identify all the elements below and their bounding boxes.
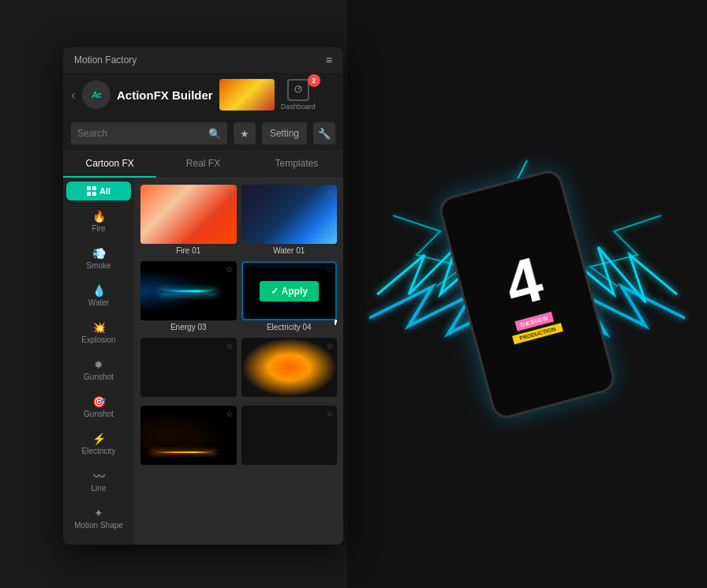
thumb-8 [241, 406, 338, 465]
cat-label-smoke: Smoke [86, 261, 110, 270]
cat-label-line: Line [92, 484, 107, 492]
star-water01[interactable]: ☆ [326, 188, 334, 198]
search-input-wrap[interactable]: 🔍 [71, 122, 227, 144]
header-title: ActionFX Builder [117, 88, 213, 102]
apply-button[interactable]: ✓ Apply [260, 281, 319, 301]
plugin-panel: Motion Factory ≡ ‹ Ac ActionFX Builder 2… [63, 47, 343, 545]
setting-label: Setting [270, 128, 299, 139]
grid-item-water01[interactable]: ☆ Water 01 [241, 185, 338, 257]
wrench-button[interactable]: 🔧 [313, 122, 335, 144]
label-fire01: Fire 01 [140, 244, 237, 257]
label-water01: Water 01 [241, 244, 338, 257]
dashboard-label: Dashboard [281, 103, 316, 110]
grid-item-8[interactable]: ☆ [241, 406, 338, 469]
main-content: All 🔥 Fire 💨 Smoke 💧 Water 💥 Explosion ✸… [63, 178, 343, 545]
grid-area: ☆ Fire 01 ☆ Water 01 ☆ Energy 03 [134, 178, 343, 545]
dashboard-icon [287, 79, 309, 101]
label-5 [140, 397, 237, 401]
thumb-6 [241, 338, 338, 397]
apply-checkmark: ✓ [271, 286, 279, 297]
tab-cartoon-fx[interactable]: Cartoon FX [63, 150, 156, 178]
apply-label: Apply [282, 286, 308, 297]
tab-bar: Cartoon FX Real FX Templates [63, 150, 343, 178]
star-energy03[interactable]: ☆ [226, 264, 234, 275]
motion-shape-icon: ✦ [94, 507, 103, 519]
thumb-energy03 [140, 261, 237, 320]
grid-item-5[interactable]: ☆ [140, 338, 237, 401]
category-all[interactable]: All [66, 182, 131, 200]
all-grid-icon [87, 186, 96, 196]
label-energy03: Energy 03 [140, 320, 237, 333]
star-7[interactable]: ☆ [226, 409, 234, 419]
category-water[interactable]: 💧 Water [66, 278, 131, 313]
tab-templates[interactable]: Templates [250, 150, 343, 178]
search-bar: 🔍 ★ Setting 🔧 [63, 117, 343, 150]
grid-item-elec04[interactable]: ☆ ✓ Apply ↖ Electricity 04 [241, 261, 338, 333]
cat-label-water: Water [88, 298, 109, 307]
line-icon: 〰️ [92, 470, 106, 482]
top-bar: Motion Factory ≡ [63, 47, 343, 73]
cat-label-explosion: Explosion [81, 335, 115, 344]
electricity-icon: ⚡ [92, 433, 106, 445]
thumb-5 [140, 338, 237, 397]
thumb-fire01 [140, 185, 237, 244]
all-label: All [99, 186, 110, 196]
top-bar-title: Motion Factory [74, 54, 137, 66]
star-6[interactable]: ☆ [326, 341, 334, 351]
label-6 [241, 397, 338, 401]
dashboard-badge: 2 [308, 74, 320, 87]
dashboard-button[interactable]: 2 Dashboard [281, 79, 316, 110]
cat-label-gunergy: Gunshot [84, 410, 114, 418]
grid-item-fire01[interactable]: ☆ Fire 01 [140, 185, 237, 257]
tab-real-fx[interactable]: Real FX [156, 150, 249, 178]
category-line[interactable]: 〰️ Line [66, 463, 131, 499]
gunshot-icon: ✸ [94, 358, 103, 371]
category-fire[interactable]: 🔥 Fire [66, 204, 131, 239]
star-8[interactable]: ☆ [326, 409, 334, 419]
category-motion-shape[interactable]: ✦ Motion Shape [66, 500, 131, 536]
header-title-area: ActionFX Builder [117, 88, 213, 102]
category-gunshot[interactable]: ✸ Gunshot [66, 352, 131, 388]
category-explosion[interactable]: 💥 Explosion [66, 315, 131, 350]
header-thumbnail [219, 79, 275, 110]
smoke-icon: 💨 [92, 247, 106, 260]
cat-label-gunshot: Gunshot [84, 373, 114, 381]
effects-grid: ☆ Fire 01 ☆ Water 01 ☆ Energy 03 [140, 185, 337, 469]
fire-icon: 🔥 [92, 210, 106, 223]
apply-overlay: ✓ Apply ↖ [241, 261, 338, 320]
label-7 [140, 465, 237, 469]
phone-number: 4 [499, 246, 549, 316]
category-electricity[interactable]: ⚡ Electricity [66, 426, 131, 462]
category-gunergy[interactable]: 🎯 Gunshot [66, 389, 131, 425]
cat-label-electricity: Electricity [82, 447, 116, 455]
thumb-7 [140, 406, 237, 465]
thumb-water01 [241, 185, 338, 244]
grid-item-energy03[interactable]: ☆ Energy 03 [140, 261, 237, 333]
search-icon: 🔍 [208, 128, 221, 140]
menu-icon[interactable]: ≡ [326, 54, 332, 66]
grid-item-7[interactable]: ☆ [140, 406, 237, 469]
grid-item-6[interactable]: ☆ [241, 338, 338, 401]
label-8 [241, 465, 338, 469]
back-icon[interactable]: ‹ [71, 87, 76, 103]
search-input[interactable] [77, 128, 208, 139]
explosion-icon: 💥 [92, 321, 106, 334]
star-fire01[interactable]: ☆ [226, 188, 234, 198]
right-panel: 4 DESIGN PRODUCTION [347, 0, 707, 588]
setting-button[interactable]: Setting [262, 122, 307, 144]
logo-icon: Ac [82, 81, 110, 109]
cat-label-motion-shape: Motion Shape [74, 521, 123, 530]
water-icon: 💧 [92, 284, 106, 297]
header: ‹ Ac ActionFX Builder 2 Dashboard [63, 73, 343, 117]
gunergy-icon: 🎯 [92, 395, 106, 408]
cat-label-fire: Fire [92, 224, 105, 233]
favorites-button[interactable]: ★ [234, 122, 256, 144]
category-smoke[interactable]: 💨 Smoke [66, 241, 131, 276]
sidebar: All 🔥 Fire 💨 Smoke 💧 Water 💥 Explosion ✸… [63, 178, 134, 545]
label-elec04: Electricity 04 [241, 320, 338, 333]
star-5[interactable]: ☆ [226, 341, 234, 351]
